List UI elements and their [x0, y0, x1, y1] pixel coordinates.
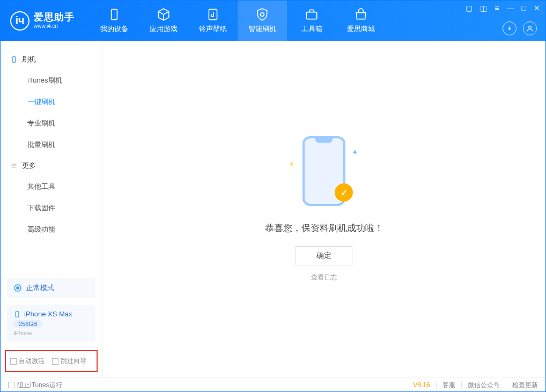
cube-icon: [157, 8, 171, 21]
app-title: 爱思助手: [34, 12, 75, 23]
sidebar-group-more: 更多: [1, 156, 102, 176]
success-message: 恭喜您，保资料刷机成功啦！: [265, 222, 383, 234]
maximize-icon[interactable]: □: [522, 4, 526, 12]
checkbox-auto-activate[interactable]: 自动激活: [10, 357, 45, 366]
checkbox-icon[interactable]: [8, 382, 14, 388]
separator: |: [436, 381, 437, 389]
nav-my-device[interactable]: 我的设备: [90, 1, 139, 41]
minimize-icon[interactable]: —: [507, 4, 514, 12]
sidebar-item-other-tools[interactable]: 其他工具: [1, 176, 102, 197]
app-logo: iч 爱思助手 www.i4.cn: [1, 11, 84, 31]
check-badge-icon: ✓: [335, 183, 353, 202]
download-button[interactable]: [503, 21, 517, 35]
success-illustration: ✓ ✦ ✦: [292, 136, 356, 211]
nav-label: 铃声壁纸: [199, 24, 227, 34]
device-capacity: 256GB: [13, 320, 42, 328]
footer-link-update[interactable]: 检查更新: [512, 381, 538, 390]
sparkle-icon: ✦: [352, 148, 358, 157]
shirt-icon[interactable]: ▢: [466, 4, 473, 12]
sidebar-item-pro-flash[interactable]: 专业刷机: [1, 113, 102, 134]
separator: |: [505, 381, 507, 389]
svg-rect-1: [209, 9, 217, 20]
version-label: V8.16: [413, 381, 430, 389]
mode-card[interactable]: 正常模式: [7, 278, 95, 298]
device-phone-icon: [13, 310, 21, 318]
store-icon: [354, 8, 368, 21]
nav-ringtone-wallpaper[interactable]: 铃声壁纸: [188, 1, 238, 41]
sidebar-item-download-firmware[interactable]: 下载固件: [1, 197, 102, 219]
sidebar-group-flash: 刷机: [1, 49, 102, 70]
sidebar-item-batch-flash[interactable]: 批量刷机: [1, 134, 102, 156]
checkbox-icon: [52, 358, 58, 365]
group-title: 更多: [22, 161, 36, 171]
svg-rect-4: [12, 57, 16, 63]
nav-store[interactable]: 爱思商城: [336, 1, 386, 41]
group-title: 刷机: [22, 55, 36, 64]
phone-icon: [10, 56, 18, 63]
sidebar: 刷机 iTunes刷机 一键刷机 专业刷机 批量刷机 更多 其他工具 下载固件 …: [1, 41, 102, 378]
logo-icon: iч: [10, 11, 29, 31]
close-icon[interactable]: ✕: [534, 4, 540, 12]
ok-button[interactable]: 确定: [296, 246, 352, 265]
footer-link-wechat[interactable]: 微信公众号: [468, 381, 500, 390]
status-bar: 阻止iTunes运行 V8.16 | 客服 | 微信公众号 | 检查更新: [1, 378, 545, 392]
svg-rect-7: [16, 311, 19, 317]
lock-icon[interactable]: ◫: [480, 4, 487, 12]
mode-icon: [13, 284, 22, 292]
checkbox-icon: [10, 358, 17, 365]
nav-label: 我的设备: [100, 24, 128, 34]
mode-label: 正常模式: [26, 283, 54, 293]
view-log-link[interactable]: 查看日志: [311, 273, 337, 282]
nav-label: 智能刷机: [248, 24, 276, 34]
nav-label: 应用游戏: [150, 24, 178, 34]
device-icon: [107, 8, 121, 21]
user-icon: [526, 25, 534, 32]
nav-smart-flash[interactable]: 智能刷机: [238, 1, 287, 41]
app-subtitle: www.i4.cn: [34, 23, 75, 29]
sparkle-icon: ✦: [289, 160, 295, 168]
phone-notch-icon: [315, 138, 333, 143]
main-nav: 我的设备 应用游戏 铃声壁纸 智能刷机 工具箱 爱思商城: [90, 1, 386, 41]
svg-rect-2: [306, 12, 317, 19]
svg-point-6: [17, 287, 19, 289]
footer-link-support[interactable]: 客服: [442, 381, 455, 390]
checkbox-label: 自动激活: [19, 357, 45, 366]
app-header: iч 爱思助手 www.i4.cn 我的设备 应用游戏 铃声壁纸 智能刷机 工具…: [1, 1, 545, 41]
nav-toolbox[interactable]: 工具箱: [287, 1, 336, 41]
window-controls: ▢ ◫ ≡ — □ ✕: [466, 4, 540, 12]
header-actions: [503, 21, 537, 35]
sidebar-item-oneclick-flash[interactable]: 一键刷机: [1, 91, 102, 113]
separator: |: [461, 381, 462, 389]
sidebar-item-advanced[interactable]: 高级功能: [1, 219, 102, 240]
device-card[interactable]: iPhone XS Max 256GB iPhone: [7, 305, 95, 342]
nav-apps-games[interactable]: 应用游戏: [139, 1, 188, 41]
checkbox-skip-guide[interactable]: 跳过向导: [52, 357, 86, 366]
menu-icon[interactable]: ≡: [495, 4, 499, 12]
user-button[interactable]: [523, 21, 537, 35]
svg-point-3: [529, 26, 532, 28]
flash-options-highlight: 自动激活 跳过向导: [5, 350, 98, 372]
download-icon: [506, 25, 513, 32]
block-itunes-label[interactable]: 阻止iTunes运行: [17, 381, 62, 390]
shield-refresh-icon: [255, 8, 269, 21]
sidebar-item-itunes-flash[interactable]: iTunes刷机: [1, 70, 102, 91]
device-type: iPhone: [13, 330, 89, 336]
toolbox-icon: [305, 8, 319, 21]
nav-label: 工具箱: [301, 24, 322, 34]
nav-label: 爱思商城: [347, 24, 375, 34]
checkbox-label: 跳过向导: [61, 357, 86, 366]
main-content: ✓ ✦ ✦ 恭喜您，保资料刷机成功啦！ 确定 查看日志: [102, 41, 545, 378]
music-file-icon: [206, 8, 220, 21]
device-name: iPhone XS Max: [24, 310, 72, 318]
svg-rect-0: [112, 9, 117, 20]
list-icon: [10, 162, 18, 169]
